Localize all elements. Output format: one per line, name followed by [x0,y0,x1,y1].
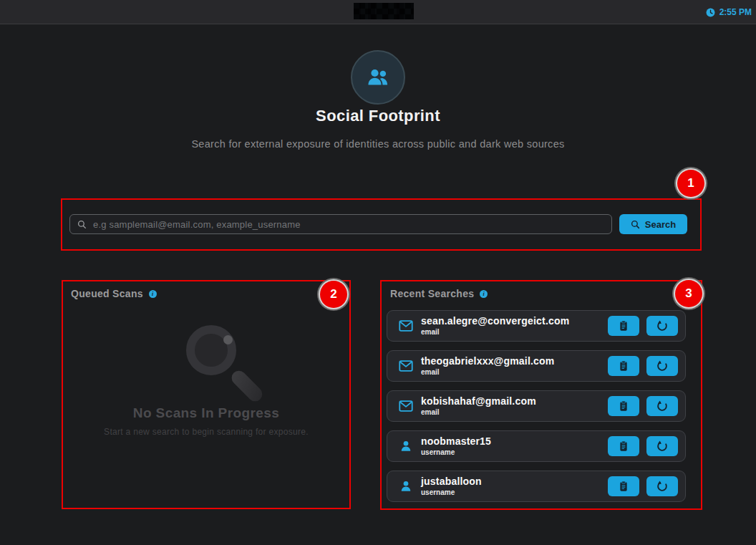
rerun-search-button[interactable] [646,316,678,336]
rerun-search-button[interactable] [646,436,678,456]
search-button[interactable]: Search [619,214,687,234]
rerun-icon [654,438,671,455]
redacted-logo [354,3,414,19]
recent-search-value: noobmaster15 [421,436,608,447]
search-button-label: Search [645,219,676,230]
annotation-box-queued-scans [62,280,351,509]
recent-search-actions [608,316,678,336]
rerun-search-button[interactable] [646,396,678,416]
recent-searches-list: sean.alegre@convergeict.com email [387,310,686,502]
search-field-wrap [69,214,612,234]
recent-search-row[interactable]: sean.alegre@convergeict.com email [387,310,686,342]
copy-to-clipboard-button[interactable] [608,316,639,336]
email-icon [397,398,415,414]
clock-widget: 2:55 PM [706,0,752,24]
email-icon [397,318,415,334]
no-scans-title: No Scans In Progress [62,405,351,421]
search-input[interactable] [93,219,604,230]
search-icon [77,220,87,229]
user-icon [397,479,415,493]
recent-search-actions [608,476,678,496]
recent-search-row[interactable]: justaballoon username [387,471,686,502]
info-icon[interactable]: i [480,290,488,298]
current-time: 2:55 PM [719,7,752,17]
recent-search-text: justaballoon username [421,476,608,496]
annotation-circle-1: 1 [677,170,704,197]
recent-search-type: email [421,328,608,336]
clipboard-icon [618,320,629,332]
copy-to-clipboard-button[interactable] [608,476,639,496]
annotation-circle-2: 2 [320,281,347,308]
copy-to-clipboard-button[interactable] [608,436,639,456]
queued-scans-title-label: Queued Scans [71,288,143,299]
info-icon[interactable]: i [149,290,157,298]
users-icon [365,64,391,90]
recent-search-type: username [421,448,608,456]
recent-search-actions [608,436,678,456]
recent-search-row[interactable]: kobishahaf@gmail.com email [387,390,686,422]
recent-search-text: theogabrielxxx@gmail.com email [421,356,608,376]
magnifier-illustration-handle [229,368,266,405]
queued-scans-title: Queued Scans i [71,288,157,299]
email-icon [397,358,415,374]
recent-search-type: email [421,408,608,416]
rerun-search-button[interactable] [646,356,678,376]
recent-searches-title: Recent Searches i [390,288,488,299]
recent-search-text: kobishahaf@gmail.com email [421,396,608,416]
clipboard-icon [618,481,629,492]
clipboard-icon [618,400,629,412]
social-footprint-avatar [351,50,405,105]
recent-search-value: kobishahaf@gmail.com [421,396,608,407]
copy-to-clipboard-button[interactable] [608,356,639,376]
magnifier-highlight [223,335,233,344]
recent-search-actions [608,396,678,416]
rerun-icon [654,357,671,375]
no-scans-subtitle: Start a new search to begin scanning for… [62,427,351,437]
recent-search-row[interactable]: noobmaster15 username [387,430,686,462]
recent-search-row[interactable]: theogabrielxxx@gmail.com email [387,350,686,382]
rerun-search-button[interactable] [646,476,678,496]
top-bar: 2:55 PM [0,0,756,24]
clipboard-icon [618,360,629,372]
recent-search-value: theogabrielxxx@gmail.com [421,356,608,367]
page-subtitle: Search for external exposure of identiti… [149,138,607,151]
social-footprint-page: 2:55 PM Social Footprint Search for exte… [0,0,756,545]
rerun-icon [654,397,671,415]
page-title: Social Footprint [0,107,756,125]
recent-search-value: justaballoon [421,476,608,487]
recent-search-value: sean.alegre@convergeict.com [421,316,608,327]
clipboard-icon [618,440,629,452]
rerun-icon [654,478,671,495]
user-icon [397,439,415,453]
recent-search-text: sean.alegre@convergeict.com email [421,316,608,336]
rerun-icon [654,317,671,334]
search-button-icon [631,220,640,229]
magnifier-illustration [186,325,236,375]
recent-search-type: email [421,368,608,376]
recent-search-actions [608,356,678,376]
recent-searches-title-label: Recent Searches [390,288,474,299]
recent-search-type: username [421,488,608,496]
annotation-circle-3: 3 [675,280,702,307]
copy-to-clipboard-button[interactable] [608,396,639,416]
clock-icon [706,8,715,17]
recent-search-text: noobmaster15 username [421,436,608,456]
